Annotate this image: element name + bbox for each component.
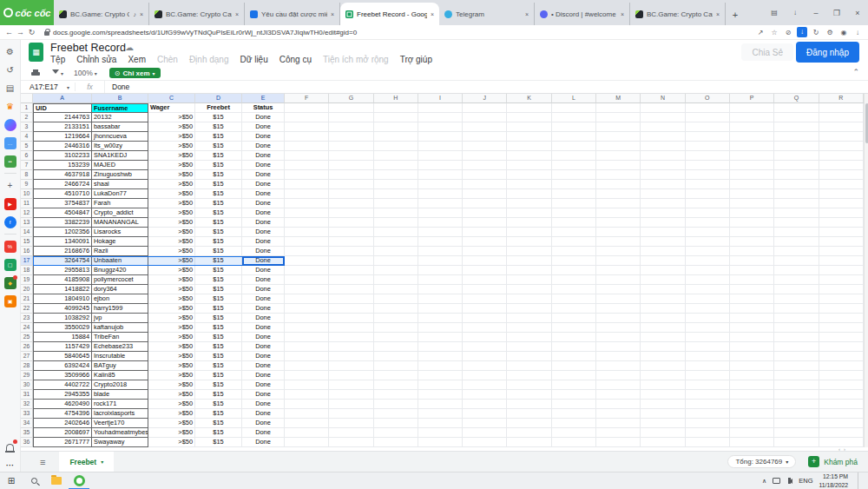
cell-P31[interactable]	[730, 390, 774, 400]
cell-P32[interactable]	[730, 400, 774, 409]
cell-N28[interactable]	[641, 361, 685, 371]
cell-A22[interactable]: 4099245	[33, 304, 92, 314]
cell-J21[interactable]	[463, 294, 507, 304]
volume-icon[interactable]	[786, 479, 792, 484]
sync-icon[interactable]: ↻	[809, 29, 823, 36]
cell-E34[interactable]: Done	[242, 419, 285, 428]
cell-I31[interactable]	[418, 390, 463, 400]
cell-P4[interactable]	[730, 132, 774, 142]
all-sheets-menu-icon[interactable]: ≡	[40, 457, 45, 467]
cell-E33[interactable]: Done	[242, 409, 285, 419]
cell-B10[interactable]: LukaDon77	[92, 189, 148, 199]
cell-R8[interactable]	[819, 170, 864, 180]
cell-M6[interactable]	[596, 151, 641, 161]
cell-B27[interactable]: Inscrutable	[92, 352, 148, 361]
cell-P10[interactable]	[730, 189, 774, 199]
cell-G33[interactable]	[329, 409, 373, 419]
cell-L11[interactable]	[552, 199, 596, 208]
cell-H1[interactable]	[374, 103, 418, 113]
cell-J24[interactable]	[463, 323, 507, 333]
cell-G28[interactable]	[329, 361, 373, 371]
cell-G36[interactable]	[329, 438, 373, 447]
cell-J8[interactable]	[463, 170, 507, 180]
cell-K13[interactable]	[507, 218, 551, 228]
cell-H4[interactable]	[374, 132, 418, 142]
cell-P29[interactable]	[730, 371, 774, 380]
cell-H26[interactable]	[374, 342, 418, 352]
cell-O20[interactable]	[686, 285, 730, 294]
cell-K2[interactable]	[507, 113, 551, 122]
row-header-16[interactable]: 16	[21, 247, 33, 256]
cell-D5[interactable]: $15	[195, 142, 242, 151]
cell-R3[interactable]	[819, 122, 864, 132]
cell-D29[interactable]: $15	[195, 371, 242, 380]
cell-K26[interactable]	[507, 342, 551, 352]
cell-L27[interactable]	[552, 352, 596, 361]
start-button[interactable]: ⊞	[0, 472, 23, 489]
cell-N19[interactable]	[641, 275, 685, 285]
cell-E27[interactable]: Done	[242, 352, 285, 361]
cell-A31[interactable]: 2945355	[33, 390, 92, 400]
cell-O30[interactable]	[686, 380, 730, 390]
cell-B20[interactable]: dory364	[92, 285, 148, 294]
news-feed-icon[interactable]: ▤	[3, 82, 16, 95]
menu-công-cụ[interactable]: Công cụ	[279, 55, 312, 64]
document-title[interactable]: Freebet Record	[50, 42, 126, 54]
cell-G5[interactable]	[329, 142, 373, 151]
cell-G15[interactable]	[329, 237, 373, 247]
cell-N6[interactable]	[641, 151, 685, 161]
cell-C6[interactable]: >$50	[148, 151, 195, 161]
cell-P21[interactable]	[730, 294, 774, 304]
cell-N25[interactable]	[641, 333, 685, 342]
cell-J18[interactable]	[463, 266, 507, 275]
cell-N23[interactable]	[641, 314, 685, 323]
cell-C32[interactable]: >$50	[148, 400, 195, 409]
cell-E10[interactable]: Done	[242, 189, 285, 199]
cell-O29[interactable]	[686, 371, 730, 380]
cell-D8[interactable]: $15	[195, 170, 242, 180]
cell-O23[interactable]	[686, 314, 730, 323]
cell-F35[interactable]	[285, 428, 329, 438]
cell-D26[interactable]: $15	[195, 342, 242, 352]
cell-C9[interactable]: >$50	[148, 180, 195, 189]
row-header-2[interactable]: 2	[21, 113, 33, 122]
cell-R29[interactable]	[819, 371, 864, 380]
close-button[interactable]: ×	[847, 9, 868, 17]
cell-Q4[interactable]	[774, 132, 819, 142]
cell-O14[interactable]	[686, 228, 730, 237]
cell-K28[interactable]	[507, 361, 551, 371]
cell-N4[interactable]	[641, 132, 685, 142]
cell-A3[interactable]: 2133151	[33, 122, 92, 132]
tab-search-icon[interactable]: ▤	[764, 9, 785, 17]
cell-R33[interactable]	[819, 409, 864, 419]
cell-O19[interactable]	[686, 275, 730, 285]
cell-K20[interactable]	[507, 285, 551, 294]
cell-E23[interactable]: Done	[242, 314, 285, 323]
cell-F27[interactable]	[285, 352, 329, 361]
cell-L18[interactable]	[552, 266, 596, 275]
cell-D34[interactable]: $15	[195, 419, 242, 428]
cell-P13[interactable]	[730, 218, 774, 228]
cell-B32[interactable]: rock171	[92, 400, 148, 409]
cell-I6[interactable]	[418, 151, 463, 161]
cell-K14[interactable]	[507, 228, 551, 237]
cell-C35[interactable]: >$50	[148, 428, 195, 438]
cell-M26[interactable]	[596, 342, 641, 352]
cell-F19[interactable]	[285, 275, 329, 285]
cell-E32[interactable]: Done	[242, 400, 285, 409]
tray-chevron-icon[interactable]: ∧	[762, 478, 766, 485]
sheet-tab-dropdown-icon[interactable]: ▾	[101, 459, 103, 465]
row-header-24[interactable]: 24	[21, 323, 33, 333]
cell-R25[interactable]	[819, 333, 864, 342]
cell-F20[interactable]	[285, 285, 329, 294]
cell-G4[interactable]	[329, 132, 373, 142]
shop-gator-icon[interactable]: ◆	[3, 276, 16, 289]
cell-E31[interactable]: Done	[242, 390, 285, 400]
cell-H30[interactable]	[374, 380, 418, 390]
cell-E5[interactable]: Done	[242, 142, 285, 151]
cell-J35[interactable]	[463, 428, 507, 438]
cell-H19[interactable]	[374, 275, 418, 285]
cell-I9[interactable]	[418, 180, 463, 189]
cell-H17[interactable]	[374, 256, 418, 266]
cell-M24[interactable]	[596, 323, 641, 333]
